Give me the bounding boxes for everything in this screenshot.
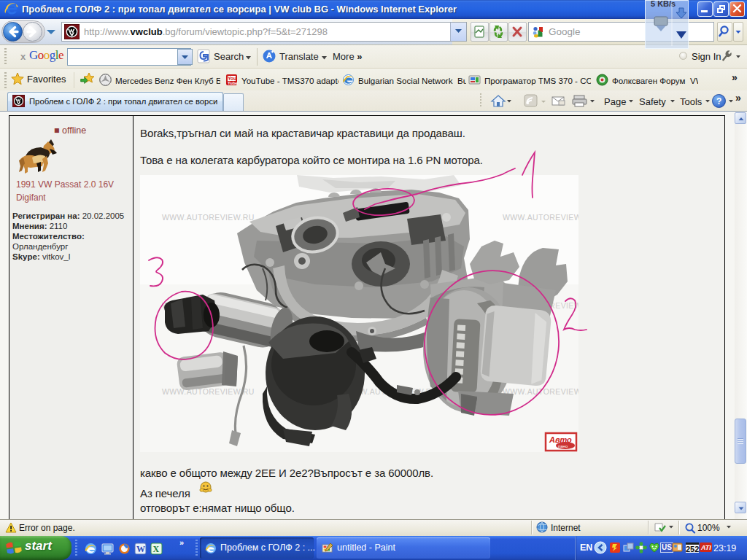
svg-text:Tube: Tube [228,81,238,85]
svg-text:W: W [136,544,145,554]
svg-text:ATI: ATI [700,544,711,551]
svg-text:You: You [228,76,236,81]
svg-text:X: X [153,544,160,554]
